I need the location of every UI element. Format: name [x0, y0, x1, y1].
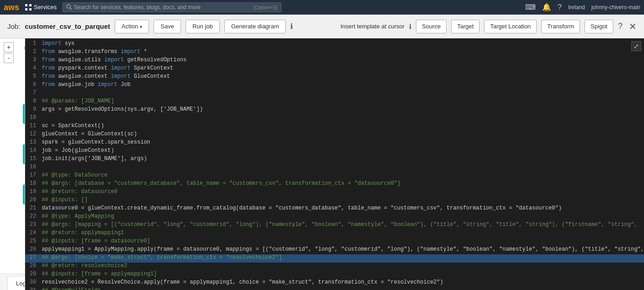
code-line-21: 21datasource0 = glueContext.create_dynam…	[25, 205, 644, 213]
line-content: ## @args: [mapping = [("customerid", "lo…	[42, 221, 637, 230]
code-line-31: 31## @DropNullFields	[25, 287, 644, 290]
line-number: 30	[25, 279, 42, 287]
action-button[interactable]: Action	[115, 20, 149, 33]
expand-button[interactable]: ⤢	[631, 41, 641, 51]
help-button[interactable]: ?	[618, 21, 623, 31]
code-line-26: 26applymapping1 = ApplyMapping.apply(fra…	[25, 246, 644, 254]
terminal-icon[interactable]: ⌨	[525, 3, 536, 11]
svg-rect-3	[29, 8, 32, 11]
code-line-29: 29## @inputs: [frame = applymapping1]	[25, 271, 644, 279]
user-selector[interactable]: johnny-chivers-main	[591, 4, 640, 11]
db-svg	[23, 60, 25, 79]
spigot-button[interactable]: Spigot	[585, 20, 613, 33]
line-content: ## @inputs: [frame = datasource0]	[42, 238, 150, 246]
code-line-15: 15job.init(args['JOB_NAME'], args)	[25, 156, 644, 164]
line-number: 22	[25, 213, 42, 221]
line-number: 3	[25, 57, 42, 65]
svg-rect-1	[29, 4, 32, 6]
action-chevron-icon	[140, 23, 142, 30]
code-line-1: 1import sys	[25, 40, 644, 48]
resolve-choice-icon	[23, 144, 25, 164]
code-editor[interactable]: 1import sys2from awsglue.transforms impo…	[25, 38, 644, 290]
s3-svg	[23, 228, 25, 247]
line-number: 4	[25, 65, 42, 73]
code-line-14: 14job = Job(glueContext)	[25, 147, 644, 156]
job-name: customer_csv_to_parquet	[25, 22, 110, 30]
info-icon[interactable]: ℹ	[290, 22, 293, 31]
bell-icon[interactable]: 🔔	[542, 3, 551, 11]
database-icon	[23, 59, 25, 80]
line-content: from awsglue.context import GlueContext	[42, 73, 170, 81]
job-toolbar: Job: customer_csv_to_parquet Action Save…	[0, 15, 644, 38]
close-button[interactable]: ✕	[629, 21, 637, 32]
zoom-out-button[interactable]: -	[4, 53, 14, 63]
code-line-27: 27## @args: [choice = "make_struct", tra…	[25, 254, 644, 263]
save-button[interactable]: Save	[154, 20, 181, 33]
main-area: + - i	[0, 38, 644, 290]
line-number: 28	[25, 263, 42, 271]
help-icon[interactable]: ?	[558, 3, 562, 11]
line-content: datasource0 = glueContext.create_dynamic…	[42, 205, 562, 213]
code-line-3: 3from awsglue.utils import getResolvedOp…	[25, 57, 644, 65]
target-button[interactable]: Target	[451, 20, 479, 33]
line-content: ## @return: applymapping1	[42, 230, 124, 238]
generate-diagram-button[interactable]: Generate diagram	[224, 20, 286, 33]
insert-info-icon[interactable]: ℹ	[409, 23, 411, 30]
line-content: ## @inputs: [frame = applymapping1]	[42, 271, 157, 279]
line-number: 24	[25, 230, 42, 238]
code-line-10: 10	[25, 114, 644, 123]
line-content: import sys	[42, 40, 75, 48]
line-content: job.init(args['JOB_NAME'], args)	[42, 156, 147, 164]
aws-logo-text: aws	[4, 3, 19, 11]
code-line-7: 7	[25, 90, 644, 98]
line-content: ## @params: [JOB_NAME]	[42, 98, 114, 106]
line-number: 23	[25, 221, 42, 230]
logs-tab[interactable]: Logs	[7, 276, 25, 290]
code-line-12: 12glueContext = GlueContext(sc)	[25, 131, 644, 139]
line-content: spark = glueContext.spark_session	[42, 139, 150, 147]
code-line-9: 9args = getResolvedOptions(sys.argv, ['J…	[25, 106, 644, 114]
apply-mapping-icon	[23, 104, 25, 124]
line-number: 11	[25, 123, 42, 131]
line-content: ## @return: datasource0	[42, 188, 117, 197]
code-line-11: 11sc = SparkContext()	[25, 123, 644, 131]
line-content: ## @type: ApplyMapping	[42, 213, 114, 221]
insert-template-label: Insert template at cursor	[341, 23, 404, 30]
code-line-13: 13spark = glueContext.spark_session	[25, 139, 644, 147]
code-line-20: 20## @inputs: []	[25, 197, 644, 205]
info-circle-icon[interactable]: i	[24, 44, 25, 52]
line-content: ## @args: [choice = "make_struct", trans…	[42, 254, 282, 263]
zoom-in-button[interactable]: +	[4, 42, 14, 52]
code-line-25: 25## @inputs: [frame = datasource0]	[25, 238, 644, 246]
svg-rect-0	[25, 4, 27, 6]
run-job-button[interactable]: Run job	[186, 20, 220, 33]
line-content: ## @return: resolvechoice2	[42, 263, 127, 271]
search-bar[interactable]: Search for services, features, blogs, do…	[62, 2, 282, 12]
region-selector[interactable]: Ireland	[568, 4, 585, 11]
line-number: 19	[25, 188, 42, 197]
code-line-18: 18## @args: [database = "customers_datab…	[25, 180, 644, 188]
line-number: 17	[25, 172, 42, 180]
code-line-30: 30resolvechoice2 = ResolveChoice.apply(f…	[25, 279, 644, 287]
code-line-22: 22## @type: ApplyMapping	[25, 213, 644, 221]
line-number: 1	[25, 40, 42, 48]
code-line-19: 19## @return: datasource0	[25, 188, 644, 197]
transform-button[interactable]: Transform	[541, 20, 580, 33]
line-content: from pyspark.context import SparkContext	[42, 65, 173, 73]
line-content: from awsglue.transforms import *	[42, 48, 147, 57]
services-button[interactable]: Services	[25, 4, 57, 11]
nav-right: ⌨ 🔔 ? Ireland johnny-chivers-main	[525, 3, 640, 11]
line-content: from awsglue.utils import getResolvedOpt…	[42, 57, 186, 65]
code-line-4: 4from pyspark.context import SparkContex…	[25, 65, 644, 73]
target-location-button[interactable]: Target Location	[484, 20, 537, 33]
line-content: ## @type: DataSource	[42, 172, 107, 180]
line-content: applymapping1 = ApplyMapping.apply(frame…	[42, 246, 644, 254]
code-line-6: 6from awsglue.job import Job	[25, 81, 644, 90]
line-number: 15	[25, 156, 42, 164]
source-button[interactable]: Source	[416, 20, 447, 33]
line-content: job = Job(glueContext)	[42, 147, 114, 156]
code-line-28: 28## @return: resolvechoice2	[25, 263, 644, 271]
line-number: 8	[25, 98, 42, 106]
code-line-8: 8## @params: [JOB_NAME]	[25, 98, 644, 106]
code-line-24: 24## @return: applymapping1	[25, 230, 644, 238]
